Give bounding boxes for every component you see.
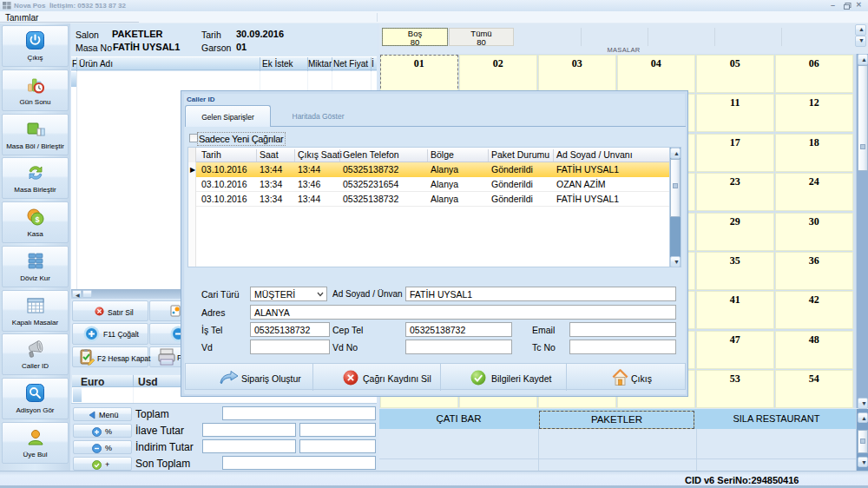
svg-text:$: $ <box>35 215 39 224</box>
